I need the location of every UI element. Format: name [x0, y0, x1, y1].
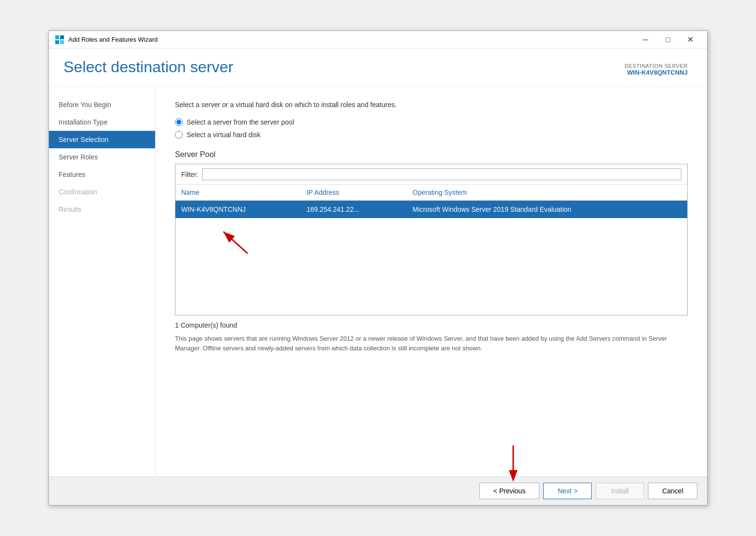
destination-server-info: DESTINATION SERVER WIN-K4V8QNTCNNJ [625, 63, 688, 76]
maximize-button[interactable]: □ [657, 32, 679, 47]
sidebar: Before You Begin Installation Type Serve… [49, 86, 156, 476]
server-pool-wrapper: Filter: Name IP Address Operating System [175, 164, 688, 315]
server-ip-cell: 169.254.241.22... [300, 201, 407, 219]
destination-server-label: DESTINATION SERVER [625, 63, 688, 69]
footer-bar: < Previous Next > Install Cancel [49, 476, 707, 505]
window-controls: ─ □ ✕ [634, 32, 701, 47]
filter-label: Filter: [181, 171, 198, 178]
close-button[interactable]: ✕ [679, 32, 701, 47]
server-os-cell: Microsoft Windows Server 2019 Standard E… [407, 201, 687, 219]
radio-server-pool[interactable]: Select a server from the server pool [175, 118, 688, 126]
intro-text: Select a server or a virtual hard disk o… [175, 101, 688, 109]
svg-rect-2 [55, 40, 59, 44]
filter-row: Filter: [175, 164, 687, 185]
server-pool-title: Server Pool [175, 150, 688, 159]
col-os[interactable]: Operating System [407, 185, 687, 201]
next-button[interactable]: Next > [543, 483, 592, 499]
radio-vhd[interactable]: Select a virtual hard disk [175, 131, 688, 139]
svg-rect-0 [55, 35, 59, 39]
server-name-cell: WIN-K4V8QNTCNNJ [175, 201, 300, 219]
radio-vhd-input[interactable] [175, 131, 183, 139]
filter-input[interactable] [202, 168, 681, 180]
sidebar-item-before-you-begin[interactable]: Before You Begin [49, 96, 155, 113]
radio-server-pool-input[interactable] [175, 118, 183, 126]
sidebar-item-server-roles[interactable]: Server Roles [49, 148, 155, 166]
cancel-button[interactable]: Cancel [648, 483, 697, 499]
install-button[interactable]: Install [596, 483, 644, 499]
title-bar: Add Roles and Features Wizard ─ □ ✕ [49, 31, 707, 48]
window-title: Add Roles and Features Wizard [68, 36, 634, 43]
main-content: Select a server or a virtual hard disk o… [156, 86, 707, 476]
destination-server-name: WIN-K4V8QNTCNNJ [625, 69, 688, 76]
selection-options: Select a server from the server pool Sel… [175, 118, 688, 139]
sidebar-item-confirmation: Confirmation [49, 183, 155, 201]
col-ip[interactable]: IP Address [300, 185, 407, 201]
radio-server-pool-label: Select a server from the server pool [187, 118, 294, 126]
pool-empty-space [175, 218, 687, 315]
app-icon [55, 35, 64, 45]
header: Select destination server DESTINATION SE… [49, 48, 707, 86]
server-pool-box: Filter: Name IP Address Operating System [175, 164, 688, 315]
sidebar-item-features[interactable]: Features [49, 166, 155, 183]
svg-rect-3 [60, 40, 64, 44]
previous-button[interactable]: < Previous [479, 483, 540, 499]
table-row[interactable]: WIN-K4V8QNTCNNJ169.254.241.22...Microsof… [175, 201, 687, 219]
info-text: This page shows servers that are running… [175, 334, 688, 353]
radio-vhd-label: Select a virtual hard disk [187, 131, 261, 139]
svg-rect-1 [60, 35, 64, 39]
sidebar-item-server-selection[interactable]: Server Selection [49, 131, 155, 148]
server-table: Name IP Address Operating System WIN-K4V… [175, 185, 687, 218]
sidebar-item-results: Results [49, 201, 155, 218]
computers-found: 1 Computer(s) found [175, 321, 688, 329]
page-title: Select destination server [63, 58, 233, 76]
content-area: Before You Begin Installation Type Serve… [49, 86, 707, 476]
minimize-button[interactable]: ─ [634, 32, 657, 47]
wizard-window: Add Roles and Features Wizard ─ □ ✕ Sele… [48, 31, 708, 505]
col-name[interactable]: Name [175, 185, 300, 201]
sidebar-item-installation-type[interactable]: Installation Type [49, 113, 155, 131]
